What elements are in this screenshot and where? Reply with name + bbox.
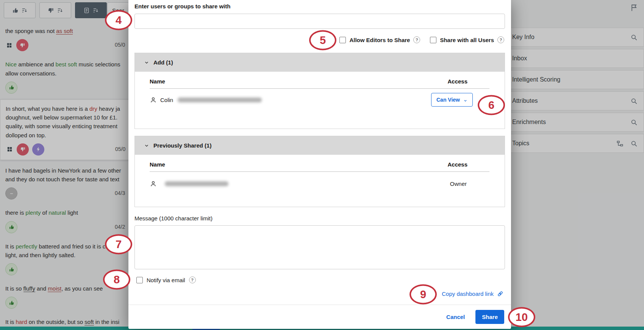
recipients-input[interactable] [134,14,505,29]
dialog-footer: Cancel Share [128,305,511,329]
share-options: Allow Editors to Share ? Share with all … [339,36,504,43]
recipient-name: Colin [160,97,173,103]
person-icon [150,180,157,187]
share-all-label: Share with all Users [440,37,494,43]
allow-editors-help-icon[interactable]: ? [413,36,420,43]
redacted-email [178,97,262,102]
notify-email-label: Notify via email [147,277,185,283]
add-section: Add (1) Name Access Colin Can View [134,53,505,129]
previously-shared-row: Owner [135,172,505,187]
previously-shared-header[interactable]: Previously Shared (1) [135,136,505,155]
notify-email-checkbox[interactable] [136,277,143,283]
notify-help-icon[interactable]: ? [189,277,196,283]
share-all-checkbox[interactable] [430,37,436,43]
recipient-name-cell: Colin [150,96,262,104]
message-label: Message (1000 character limit) [134,215,213,222]
allow-editors-checkbox[interactable] [339,37,346,43]
copy-dashboard-link[interactable]: Copy dashboard link [442,290,504,297]
chevron-down-icon[interactable] [144,60,149,65]
share-all-help-icon[interactable]: ? [497,36,504,43]
chevron-down-icon[interactable] [144,143,149,148]
chevron-down-icon [463,98,467,102]
access-column-header: Access [447,78,467,85]
previously-shared-body: Name Access Owner [135,155,505,207]
allow-editors-label: Allow Editors to Share [349,37,410,43]
add-section-header[interactable]: Add (1) [135,53,505,72]
link-icon [497,290,504,297]
redacted-email [165,181,228,186]
screen: Sear the sponge was not as soft 05/0 Nic… [0,0,644,330]
share-dialog: Enter users or groups to share with Allo… [128,0,511,329]
owner-access-label: Owner [450,181,467,187]
allow-editors-option: Allow Editors to Share ? [339,36,420,43]
access-dropdown[interactable]: Can View [431,93,473,107]
add-table-row: Colin Can View [135,89,505,107]
previously-shared-title: Previously Shared (1) [153,142,211,149]
copy-link-label: Copy dashboard link [442,291,494,297]
add-table-header: Name Access [150,72,489,89]
recipients-label: Enter users or groups to share with [134,3,230,9]
owner-name-cell [150,180,228,187]
add-section-body: Name Access Colin Can View [135,72,505,129]
notify-option: Notify via email ? [136,277,196,283]
share-button[interactable]: Share [475,310,504,324]
access-dropdown-label: Can View [436,97,460,103]
name-column-header: Name [150,161,165,168]
previously-shared-table-header: Name Access [150,155,489,172]
name-column-header: Name [150,78,165,85]
message-textarea[interactable] [134,225,505,269]
share-all-option: Share with all Users ? [430,36,504,43]
add-section-title: Add (1) [153,59,173,66]
access-column-header: Access [447,161,467,168]
person-icon [150,96,157,104]
cancel-button[interactable]: Cancel [446,314,465,320]
previously-shared-section: Previously Shared (1) Name Access Owner [134,136,505,207]
